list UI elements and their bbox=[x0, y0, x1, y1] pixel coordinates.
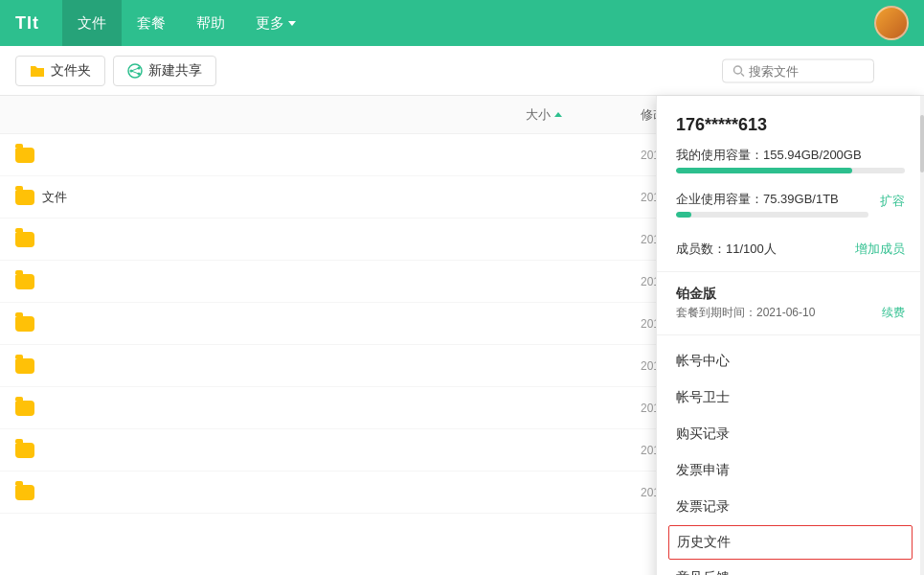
enterprise-storage-left: 企业使用容量：75.39GB/1TB bbox=[676, 191, 868, 227]
row-name bbox=[15, 443, 526, 458]
plan-section: 铂金版 套餐到期时间：2021-06-10 续费 bbox=[657, 280, 924, 327]
expand-link[interactable]: 扩容 bbox=[880, 193, 905, 210]
row-name bbox=[15, 358, 526, 374]
svg-line-4 bbox=[131, 68, 139, 71]
row-name bbox=[15, 485, 526, 500]
folder-type-icon bbox=[15, 190, 34, 205]
folder-type-icon bbox=[15, 401, 34, 416]
folder-type-icon bbox=[15, 274, 34, 289]
enterprise-storage: 企业使用容量：75.39GB/1TB 扩容 bbox=[657, 191, 924, 235]
search-input[interactable] bbox=[749, 63, 864, 78]
panel-scrollbar-thumb[interactable] bbox=[920, 115, 924, 172]
panel-divider-2 bbox=[657, 334, 924, 335]
folder-button[interactable]: 文件夹 bbox=[15, 56, 105, 86]
nav-item-plan[interactable]: 套餐 bbox=[122, 0, 181, 46]
panel-divider-1 bbox=[657, 271, 924, 272]
personal-storage-label: 我的使用容量：155.94GB/200GB bbox=[676, 147, 905, 164]
personal-storage: 我的使用容量：155.94GB/200GB bbox=[657, 147, 924, 191]
row-name bbox=[15, 274, 526, 289]
search-box[interactable] bbox=[722, 58, 874, 82]
menu-item-invoice-apply[interactable]: 发票申请 bbox=[657, 452, 924, 489]
toolbar: 文件夹 新建共享 bbox=[0, 46, 924, 96]
row-name bbox=[15, 148, 526, 163]
panel-username: 176*****613 bbox=[657, 96, 924, 147]
folder-type-icon bbox=[15, 358, 34, 374]
share-icon bbox=[127, 63, 143, 79]
personal-storage-bar-bg bbox=[676, 168, 905, 173]
svg-point-6 bbox=[734, 66, 742, 74]
more-dropdown-arrow bbox=[288, 21, 296, 26]
folder-type-icon bbox=[15, 232, 34, 247]
main-content: 大小 修改日期 2018-01-25 18:4 文件 2017-10-18 17… bbox=[0, 96, 924, 575]
nav-item-more[interactable]: 更多 bbox=[240, 0, 311, 46]
folder-type-icon bbox=[15, 148, 34, 163]
sort-arrow-icon bbox=[554, 112, 562, 117]
enterprise-storage-bar-bg bbox=[676, 212, 868, 218]
plan-expire-text: 套餐到期时间：2021-06-10 bbox=[676, 305, 815, 321]
folder-type-icon bbox=[15, 316, 34, 332]
nav-item-file[interactable]: 文件 bbox=[62, 0, 122, 46]
plan-expire: 套餐到期时间：2021-06-10 续费 bbox=[676, 305, 905, 321]
panel-scrollbar bbox=[920, 96, 924, 575]
col-header-size[interactable]: 大小 bbox=[526, 106, 641, 124]
row-name: 文件 bbox=[15, 189, 526, 206]
svg-line-7 bbox=[741, 73, 744, 76]
folder-type-icon bbox=[15, 485, 34, 500]
nav-menu: 文件 套餐 帮助 更多 bbox=[62, 0, 311, 46]
user-dropdown-panel: 176*****613 我的使用容量：155.94GB/200GB 企业使用容量… bbox=[656, 96, 924, 575]
nav-item-help[interactable]: 帮助 bbox=[181, 0, 240, 46]
row-name bbox=[15, 316, 526, 332]
plan-name: 铂金版 bbox=[676, 286, 905, 303]
new-share-button[interactable]: 新建共享 bbox=[113, 56, 216, 86]
folder-icon bbox=[30, 64, 45, 78]
members-label: 成员数：11/100人 bbox=[676, 241, 777, 258]
menu-item-feedback[interactable]: 意见反馈 bbox=[657, 560, 924, 575]
menu-item-account-center[interactable]: 帐号中心 bbox=[657, 343, 924, 380]
menu-item-invoice-records[interactable]: 发票记录 bbox=[657, 489, 924, 525]
members-section: 成员数：11/100人 增加成员 bbox=[657, 235, 924, 264]
renew-link[interactable]: 续费 bbox=[882, 305, 905, 321]
app-logo: TIt bbox=[15, 13, 39, 34]
menu-item-account-guard[interactable]: 帐号卫士 bbox=[657, 380, 924, 416]
enterprise-storage-label: 企业使用容量：75.39GB/1TB bbox=[676, 191, 868, 208]
menu-item-purchase-history[interactable]: 购买记录 bbox=[657, 416, 924, 452]
menu-item-history-files[interactable]: 历史文件 bbox=[668, 525, 913, 560]
svg-line-5 bbox=[131, 71, 139, 74]
search-icon bbox=[732, 64, 745, 77]
top-navbar: TIt 文件 套餐 帮助 更多 bbox=[0, 0, 924, 46]
user-avatar[interactable] bbox=[874, 6, 909, 40]
personal-storage-bar-fill bbox=[676, 168, 852, 173]
enterprise-storage-bar-fill bbox=[676, 212, 691, 218]
row-name bbox=[15, 232, 526, 247]
add-members-link[interactable]: 增加成员 bbox=[855, 241, 905, 258]
folder-type-icon bbox=[15, 443, 34, 458]
row-name bbox=[15, 401, 526, 416]
